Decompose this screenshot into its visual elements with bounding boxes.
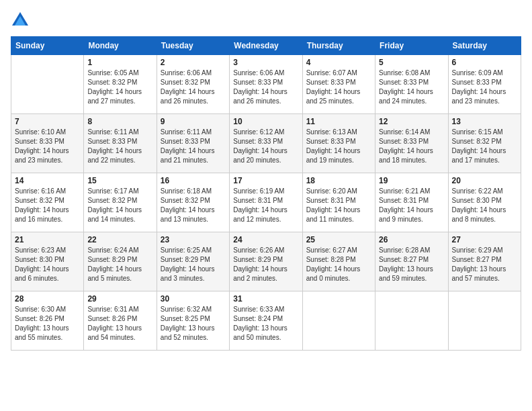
day-info: Sunrise: 6:22 AMSunset: 8:30 PMDaylight:… [452, 187, 517, 224]
day-info: Sunrise: 6:05 AMSunset: 8:32 PMDaylight:… [87, 68, 152, 106]
day-info: Sunrise: 6:27 AMSunset: 8:28 PMDaylight:… [306, 246, 371, 283]
day-header-friday: Friday [375, 37, 448, 55]
day-info: Sunrise: 6:07 AMSunset: 8:33 PMDaylight:… [306, 68, 371, 106]
day-info: Sunrise: 6:21 AMSunset: 8:31 PMDaylight:… [379, 187, 444, 224]
day-number: 6 [452, 58, 517, 67]
day-number: 25 [306, 235, 371, 244]
calendar-cell: 27Sunrise: 6:29 AMSunset: 8:27 PMDayligh… [448, 232, 521, 291]
day-info: Sunrise: 6:29 AMSunset: 8:27 PMDaylight:… [452, 246, 517, 283]
day-number: 14 [15, 176, 80, 185]
calendar-cell: 15Sunrise: 6:17 AMSunset: 8:32 PMDayligh… [84, 173, 157, 232]
day-info: Sunrise: 6:06 AMSunset: 8:32 PMDaylight:… [161, 68, 226, 106]
day-number: 13 [452, 117, 517, 126]
day-number: 21 [15, 235, 80, 244]
day-number: 7 [15, 117, 80, 126]
calendar-cell: 19Sunrise: 6:21 AMSunset: 8:31 PMDayligh… [375, 173, 448, 232]
calendar-cell: 9Sunrise: 6:11 AMSunset: 8:33 PMDaylight… [157, 114, 229, 173]
calendar-header-row: SundayMondayTuesdayWednesdayThursdayFrid… [11, 37, 521, 55]
day-info: Sunrise: 6:14 AMSunset: 8:33 PMDaylight:… [379, 128, 444, 165]
logo [11, 11, 32, 30]
day-number: 24 [233, 235, 298, 244]
calendar-cell: 25Sunrise: 6:27 AMSunset: 8:28 PMDayligh… [302, 232, 375, 291]
calendar-cell: 11Sunrise: 6:13 AMSunset: 8:33 PMDayligh… [302, 114, 375, 173]
day-info: Sunrise: 6:28 AMSunset: 8:27 PMDaylight:… [379, 246, 444, 283]
day-info: Sunrise: 6:16 AMSunset: 8:32 PMDaylight:… [15, 187, 80, 224]
calendar-cell: 7Sunrise: 6:10 AMSunset: 8:33 PMDaylight… [11, 114, 84, 173]
calendar-cell: 21Sunrise: 6:23 AMSunset: 8:30 PMDayligh… [11, 232, 84, 291]
day-number: 27 [452, 235, 517, 244]
day-number: 11 [306, 117, 371, 126]
day-number: 15 [87, 176, 152, 185]
day-info: Sunrise: 6:31 AMSunset: 8:26 PMDaylight:… [87, 305, 152, 342]
calendar-cell: 16Sunrise: 6:18 AMSunset: 8:32 PMDayligh… [157, 173, 229, 232]
day-number: 8 [87, 117, 152, 126]
day-number: 2 [161, 58, 226, 67]
day-header-thursday: Thursday [302, 37, 375, 55]
calendar-cell: 1Sunrise: 6:05 AMSunset: 8:32 PMDaylight… [84, 55, 157, 114]
day-info: Sunrise: 6:11 AMSunset: 8:33 PMDaylight:… [161, 128, 226, 165]
week-row-3: 14Sunrise: 6:16 AMSunset: 8:32 PMDayligh… [11, 173, 521, 232]
calendar-cell: 4Sunrise: 6:07 AMSunset: 8:33 PMDaylight… [302, 55, 375, 114]
day-number: 29 [87, 294, 152, 304]
day-number: 30 [161, 294, 226, 304]
day-info: Sunrise: 6:25 AMSunset: 8:29 PMDaylight:… [161, 246, 226, 283]
calendar-cell: 2Sunrise: 6:06 AMSunset: 8:32 PMDaylight… [157, 55, 229, 114]
day-number: 10 [233, 117, 298, 126]
day-info: Sunrise: 6:19 AMSunset: 8:31 PMDaylight:… [233, 187, 298, 224]
day-number: 1 [87, 58, 152, 67]
day-number: 17 [233, 176, 298, 185]
day-info: Sunrise: 6:12 AMSunset: 8:33 PMDaylight:… [233, 128, 298, 165]
calendar-cell [448, 291, 521, 351]
calendar-cell: 3Sunrise: 6:06 AMSunset: 8:33 PMDaylight… [230, 55, 302, 114]
day-number: 20 [452, 176, 517, 185]
day-info: Sunrise: 6:24 AMSunset: 8:29 PMDaylight:… [87, 246, 152, 283]
calendar-cell: 8Sunrise: 6:11 AMSunset: 8:33 PMDaylight… [84, 114, 157, 173]
day-header-saturday: Saturday [448, 37, 521, 55]
day-info: Sunrise: 6:18 AMSunset: 8:32 PMDaylight:… [161, 187, 226, 224]
day-info: Sunrise: 6:30 AMSunset: 8:26 PMDaylight:… [15, 305, 80, 342]
day-info: Sunrise: 6:13 AMSunset: 8:33 PMDaylight:… [306, 128, 371, 165]
day-info: Sunrise: 6:15 AMSunset: 8:32 PMDaylight:… [452, 128, 517, 165]
day-info: Sunrise: 6:20 AMSunset: 8:31 PMDaylight:… [306, 187, 371, 224]
day-header-wednesday: Wednesday [230, 37, 302, 55]
day-info: Sunrise: 6:06 AMSunset: 8:33 PMDaylight:… [233, 68, 298, 106]
calendar-cell: 12Sunrise: 6:14 AMSunset: 8:33 PMDayligh… [375, 114, 448, 173]
day-header-sunday: Sunday [11, 37, 84, 55]
day-number: 18 [306, 176, 371, 185]
page-header [11, 11, 521, 30]
day-number: 5 [379, 58, 444, 67]
day-info: Sunrise: 6:11 AMSunset: 8:33 PMDaylight:… [87, 128, 152, 165]
calendar-cell: 24Sunrise: 6:26 AMSunset: 8:29 PMDayligh… [230, 232, 302, 291]
calendar-cell [11, 55, 84, 114]
calendar-cell: 26Sunrise: 6:28 AMSunset: 8:27 PMDayligh… [375, 232, 448, 291]
calendar-cell [375, 291, 448, 351]
calendar-cell: 5Sunrise: 6:08 AMSunset: 8:33 PMDaylight… [375, 55, 448, 114]
day-number: 26 [379, 235, 444, 244]
calendar-cell: 30Sunrise: 6:32 AMSunset: 8:25 PMDayligh… [157, 291, 229, 351]
day-number: 31 [233, 294, 298, 304]
week-row-4: 21Sunrise: 6:23 AMSunset: 8:30 PMDayligh… [11, 232, 521, 291]
week-row-1: 1Sunrise: 6:05 AMSunset: 8:32 PMDaylight… [11, 55, 521, 114]
day-info: Sunrise: 6:26 AMSunset: 8:29 PMDaylight:… [233, 246, 298, 283]
calendar-cell: 29Sunrise: 6:31 AMSunset: 8:26 PMDayligh… [84, 291, 157, 351]
calendar-cell: 28Sunrise: 6:30 AMSunset: 8:26 PMDayligh… [11, 291, 84, 351]
day-header-tuesday: Tuesday [157, 37, 229, 55]
day-info: Sunrise: 6:33 AMSunset: 8:24 PMDaylight:… [233, 305, 298, 342]
day-number: 19 [379, 176, 444, 185]
calendar-cell: 20Sunrise: 6:22 AMSunset: 8:30 PMDayligh… [448, 173, 521, 232]
day-info: Sunrise: 6:10 AMSunset: 8:33 PMDaylight:… [15, 128, 80, 165]
day-header-monday: Monday [84, 37, 157, 55]
day-info: Sunrise: 6:09 AMSunset: 8:33 PMDaylight:… [452, 68, 517, 106]
day-number: 28 [15, 294, 80, 304]
calendar-cell: 31Sunrise: 6:33 AMSunset: 8:24 PMDayligh… [230, 291, 302, 351]
calendar-cell: 14Sunrise: 6:16 AMSunset: 8:32 PMDayligh… [11, 173, 84, 232]
calendar-cell: 13Sunrise: 6:15 AMSunset: 8:32 PMDayligh… [448, 114, 521, 173]
day-info: Sunrise: 6:32 AMSunset: 8:25 PMDaylight:… [161, 305, 226, 342]
calendar-cell: 6Sunrise: 6:09 AMSunset: 8:33 PMDaylight… [448, 55, 521, 114]
calendar-cell [302, 291, 375, 351]
day-number: 12 [379, 117, 444, 126]
day-info: Sunrise: 6:08 AMSunset: 8:33 PMDaylight:… [379, 68, 444, 106]
calendar-cell: 10Sunrise: 6:12 AMSunset: 8:33 PMDayligh… [230, 114, 302, 173]
day-info: Sunrise: 6:17 AMSunset: 8:32 PMDaylight:… [87, 187, 152, 224]
day-number: 16 [161, 176, 226, 185]
